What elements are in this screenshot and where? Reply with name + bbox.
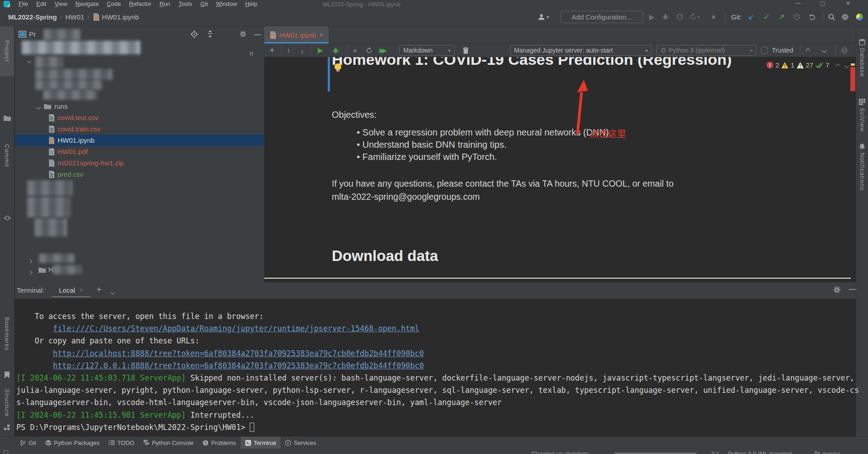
terminal-link[interactable]: http://localhost:8888/tree?token=6af8038… bbox=[53, 349, 424, 358]
collapse-all-icon[interactable] bbox=[207, 30, 213, 39]
toolwindow-button-python-console[interactable]: Python Console bbox=[139, 437, 198, 449]
tree-collapsed-chevron[interactable] bbox=[29, 268, 32, 276]
sidebar-tab-sciview[interactable]: SciView bbox=[856, 99, 868, 132]
interpreter-label[interactable]: Python 3.9 (ML learning) bbox=[728, 450, 792, 454]
move-cell-up-icon[interactable]: ↑ bbox=[287, 45, 291, 56]
terminal-dropdown-chevron-icon[interactable] bbox=[111, 288, 114, 296]
next-problem-icon[interactable] bbox=[845, 61, 849, 69]
tree-item-ml2021spring-hw1-zip[interactable]: ml2021spring-hw1.zip bbox=[15, 157, 264, 169]
tree-item-hw01-ipynb[interactable]: HW01.ipynb bbox=[15, 135, 264, 146]
prev-problem-icon[interactable] bbox=[836, 61, 839, 69]
terminal-output[interactable]: To access the server, open this file in … bbox=[16, 310, 859, 434]
menu-edit[interactable]: Edit bbox=[32, 0, 50, 7]
stripe-error-mark[interactable] bbox=[850, 67, 855, 91]
tree-item-pred-csv[interactable]: pred.csv bbox=[15, 169, 264, 180]
history-clock-icon[interactable] bbox=[793, 11, 800, 22]
menu-window[interactable]: Window bbox=[212, 0, 241, 7]
toolwindow-button-services[interactable]: Services bbox=[281, 437, 321, 449]
sidebar-tab-database[interactable]: Database bbox=[856, 39, 868, 77]
sidebar-tab-bookmarks[interactable]: Bookmarks bbox=[0, 317, 14, 351]
stripe-warning-mark[interactable] bbox=[851, 63, 855, 66]
cell-type-dropdown[interactable]: Markdown ▾ bbox=[399, 45, 455, 56]
kernel-dropdown[interactable]: Python 3 (ipykernel) ▾ bbox=[656, 45, 756, 56]
stop-icon[interactable]: ■ bbox=[712, 11, 715, 22]
minimize-window-icon[interactable]: — bbox=[790, 0, 806, 6]
hide-terminal-icon[interactable]: — bbox=[849, 285, 856, 293]
run-cell-icon[interactable]: ▶ bbox=[318, 45, 323, 56]
redacted-block bbox=[34, 218, 67, 237]
run-icon[interactable]: ▶ bbox=[649, 11, 655, 22]
menu-tools[interactable]: Tools bbox=[175, 0, 196, 7]
tree-collapsed-chevron[interactable] bbox=[29, 256, 32, 265]
sidebar-tab-structure[interactable]: Structure bbox=[0, 389, 14, 417]
jupyter-server-dropdown[interactable]: Managed Jupyter server: auto-start ▾ bbox=[510, 45, 652, 56]
search-icon[interactable] bbox=[828, 11, 835, 22]
breadcrumb-folder[interactable]: HW01 bbox=[65, 13, 84, 21]
close-window-icon[interactable]: ✕ bbox=[840, 0, 856, 6]
toolwindow-button-problems[interactable]: Problems bbox=[198, 437, 241, 449]
sidebar-tab-commit[interactable]: Commit bbox=[0, 144, 14, 167]
next-cell-icon[interactable] bbox=[823, 45, 826, 56]
sidebar-tab-notifications[interactable]: Notifications bbox=[856, 143, 868, 191]
toolwindow-button-terminal[interactable]: Terminal bbox=[241, 437, 281, 449]
menu-git[interactable]: Git bbox=[196, 0, 212, 7]
menu-help[interactable]: Help bbox=[241, 0, 262, 7]
toolwindow-button-todo[interactable]: TODO bbox=[104, 437, 139, 449]
terminal-settings-gear-icon[interactable] bbox=[833, 286, 841, 295]
delete-cell-icon[interactable] bbox=[463, 45, 469, 56]
interrupt-kernel-icon[interactable]: ■ bbox=[353, 45, 357, 56]
tree-item-runs[interactable]: runs bbox=[15, 101, 264, 112]
tree-item-covid-train-csv[interactable]: covid.train.csv bbox=[15, 123, 264, 135]
run-with-coverage-icon[interactable]: ▾ bbox=[689, 11, 700, 22]
menu-code[interactable]: Code bbox=[103, 0, 125, 7]
menu-refactor[interactable]: Refactor bbox=[125, 0, 155, 7]
close-tab-icon[interactable]: × bbox=[320, 31, 323, 39]
maximize-window-icon[interactable]: ▢ bbox=[815, 0, 830, 6]
commit-icon[interactable] bbox=[0, 214, 14, 222]
terminal-tab-local[interactable]: Local bbox=[59, 286, 75, 294]
previous-cell-icon[interactable] bbox=[806, 45, 810, 56]
memory-indicator-icon[interactable] bbox=[4, 450, 8, 454]
git-branch-label[interactable]: master bbox=[822, 450, 840, 454]
settings-gear-icon[interactable] bbox=[841, 11, 849, 22]
toolwindow-button-git[interactable]: Git bbox=[15, 437, 41, 449]
sidebar-tab-project[interactable]: Project bbox=[0, 26, 14, 76]
restart-kernel-icon[interactable] bbox=[366, 45, 373, 56]
rollback-icon[interactable] bbox=[809, 11, 816, 22]
trusted-checkbox[interactable] bbox=[761, 45, 768, 56]
git-commit-icon[interactable]: ✓ bbox=[763, 11, 770, 22]
debug-bug-icon[interactable] bbox=[662, 11, 669, 22]
close-terminal-tab-icon[interactable]: × bbox=[79, 286, 83, 294]
tree-expand-chevron[interactable] bbox=[28, 56, 31, 64]
user-icon[interactable]: ▾ bbox=[538, 11, 549, 22]
caret-position[interactable]: 3:1 bbox=[711, 450, 719, 454]
add-cell-icon[interactable]: + bbox=[270, 45, 275, 56]
git-update-icon[interactable]: ↙ bbox=[748, 11, 754, 22]
breadcrumb-file[interactable]: HW01.ipynb bbox=[102, 13, 139, 21]
breadcrumb-project[interactable]: ML2022-Spring bbox=[8, 13, 57, 21]
tab-hw01-ipynb[interactable]: HW01.ipynb × bbox=[264, 26, 329, 43]
tree-item-covid-test-csv[interactable]: covid.test.csv bbox=[15, 112, 264, 123]
locate-file-icon[interactable] bbox=[190, 30, 198, 40]
toolwindow-button-python-packages[interactable]: Python Packages bbox=[41, 437, 104, 449]
new-terminal-icon[interactable]: + bbox=[97, 285, 102, 295]
menu-run[interactable]: Run bbox=[155, 0, 175, 7]
menu-navigate[interactable]: Navigate bbox=[71, 0, 102, 7]
move-cell-down-icon[interactable]: ↓ bbox=[301, 45, 304, 56]
run-all-cells-icon[interactable]: ▶▶ bbox=[379, 45, 384, 56]
add-configuration-button[interactable]: Add Configuration... bbox=[560, 11, 643, 23]
debug-cell-icon[interactable] bbox=[332, 45, 339, 56]
terminal-link[interactable]: http://127.0.0.1:8888/tree?token=6af8038… bbox=[53, 361, 424, 370]
open-in-browser-globe-icon[interactable] bbox=[841, 45, 848, 56]
tree-expand-chevron[interactable] bbox=[37, 102, 40, 110]
tree-item-hw01-pdf[interactable]: ?HW01.pdf bbox=[15, 146, 264, 157]
ide-features-icon[interactable] bbox=[856, 11, 863, 22]
profiler-icon[interactable] bbox=[676, 11, 684, 22]
menu-view[interactable]: View bbox=[50, 0, 71, 7]
menu-file[interactable]: File bbox=[15, 0, 32, 7]
terminal-link[interactable]: file:///C:/Users/Steven/AppData/Roaming/… bbox=[53, 324, 419, 333]
panel-settings-gear-icon[interactable] bbox=[239, 30, 247, 39]
inspections-widget[interactable]: ! 2 1 27 7 bbox=[766, 61, 849, 69]
hide-panel-icon[interactable]: — bbox=[254, 30, 261, 39]
git-push-icon[interactable]: ↗ bbox=[778, 11, 785, 22]
